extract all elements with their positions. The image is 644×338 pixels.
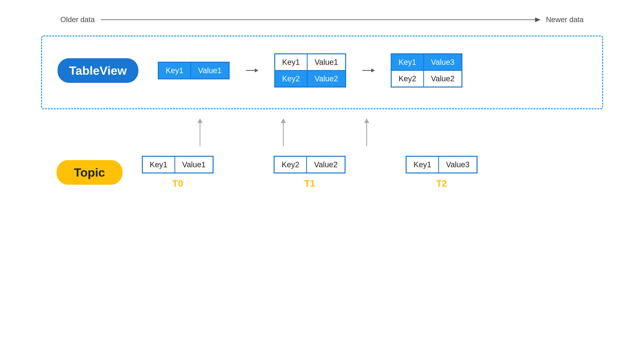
tv-s2-r1-key: Key2 [391,70,424,87]
tv-s2-r0-val: Value3 [424,54,462,70]
topic-t0-label: T0 [172,178,183,189]
tv-s1-r0-key: Key1 [275,54,307,70]
topic-t2-label: T2 [436,178,447,189]
topic-t2-key: Key1 [406,156,438,173]
older-data-label: Older data [60,16,95,24]
tableview-state-1: Key1 Value1 Key2 Value2 [274,53,346,88]
topic-t0-row: Key1 Value1 [142,156,213,173]
up-arrow-0 [195,117,205,148]
tableview-states-row: Key1 Value1 Key1 Value1 Key2 V [158,53,587,88]
topic-event-t0: Key1 Value1 T0 [142,156,214,189]
arrows-section [41,109,603,148]
tableview-state-1-row-1: Key2 Value2 [275,70,346,87]
topic-event-t2: Key1 Value3 T2 [406,156,478,189]
topic-section: Topic Key1 Value1 T0 Key2 [41,148,603,201]
tv-s1-r1-key: Key2 [275,70,307,87]
diagram-container: Older data Newer data TableView Key1 Val… [0,0,644,338]
topic-event-t1: Key2 Value2 T1 [274,156,346,189]
tableview-state-0-row-0: Key1 Value1 [158,62,229,79]
up-arrow-2 [362,117,372,148]
tv-s1-r0-val: Value1 [307,54,346,70]
tableview-pill: TableView [58,58,138,83]
tableview-state-2-row-1: Key2 Value2 [391,70,462,87]
tableview-state-2-row-0: Key1 Value3 [391,54,462,70]
up-arrow-1 [278,117,288,148]
arrow-0-1 [245,67,259,74]
newer-data-label: Newer data [546,16,584,24]
svg-marker-7 [280,118,286,123]
topic-t2-table: Key1 Value3 [406,156,478,174]
topic-t1-row: Key2 Value2 [274,156,345,173]
svg-marker-5 [197,118,202,123]
topic-t1-val: Value2 [306,156,345,173]
up-arrow-0-container [165,109,235,148]
topic-events-row: Key1 Value1 T0 Key2 Value2 T1 [142,156,588,189]
svg-marker-9 [364,118,369,123]
topic-t1-label: T1 [304,178,315,189]
timeline-line [100,19,540,20]
up-arrows-row [146,109,603,148]
tableview-state-1-row-0: Key1 Value1 [275,54,346,70]
tableview-state-2: Key1 Value3 Key2 Value2 [391,53,462,88]
topic-t0-table: Key1 Value1 [142,156,214,174]
timeline: Older data Newer data [60,16,584,24]
up-arrow-2-container [332,109,402,148]
svg-marker-1 [255,69,258,72]
arrow-1-2 [362,67,375,74]
tableview-state-0: Key1 Value1 [158,62,230,79]
topic-t1-table: Key2 Value2 [274,156,346,174]
topic-t2-val: Value3 [438,156,477,173]
topic-t2-row: Key1 Value3 [406,156,477,173]
topic-t0-key: Key1 [142,156,175,173]
tv-s1-r1-val: Value2 [307,70,346,87]
topic-t1-key: Key2 [274,156,306,173]
up-arrow-1-container [248,109,318,148]
tv-s0-r0-key: Key1 [158,62,191,79]
svg-marker-3 [371,69,375,72]
tv-s2-r1-val: Value2 [424,70,462,87]
tv-s0-r0-val: Value1 [191,62,229,79]
topic-t0-val: Value1 [175,156,213,173]
tableview-box: TableView Key1 Value1 Key1 Va [41,36,603,109]
topic-pill: Topic [56,160,122,185]
tv-s2-r0-key: Key1 [391,54,424,70]
